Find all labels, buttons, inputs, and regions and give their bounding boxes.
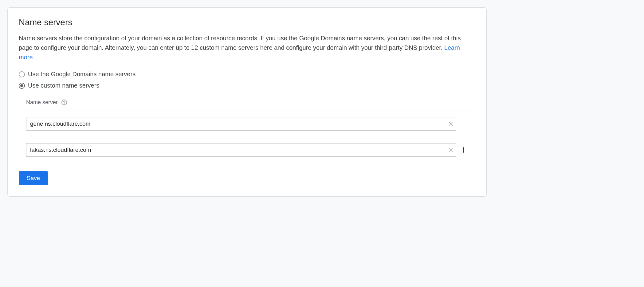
- radio-circle-checked-icon: [19, 83, 25, 89]
- help-icon[interactable]: [61, 99, 68, 106]
- save-button[interactable]: Save: [19, 171, 48, 185]
- nameserver-row: [19, 111, 475, 137]
- radio-label: Use custom name servers: [28, 82, 99, 89]
- svg-point-1: [64, 103, 65, 104]
- name-servers-card: Name servers Name servers store the conf…: [7, 7, 487, 197]
- save-row: Save: [19, 171, 475, 185]
- section-header-label: Name server: [26, 99, 58, 106]
- clear-icon[interactable]: [447, 146, 454, 154]
- nameserver-input-wrap: [26, 117, 456, 131]
- card-description: Name servers store the configuration of …: [19, 33, 475, 62]
- nameserver-input[interactable]: [26, 117, 456, 131]
- radio-label: Use the Google Domains name servers: [28, 71, 135, 78]
- nameserver-section-header: Name server: [19, 99, 475, 111]
- radio-custom-nameservers[interactable]: Use custom name servers: [19, 82, 475, 89]
- radio-circle-icon: [19, 71, 25, 77]
- radio-google-domains[interactable]: Use the Google Domains name servers: [19, 71, 475, 78]
- nameserver-row: [19, 137, 475, 163]
- card-title: Name servers: [19, 18, 475, 27]
- add-nameserver-button[interactable]: [459, 146, 468, 154]
- nameserver-input-wrap: [26, 143, 456, 157]
- nameserver-mode-radio-group: Use the Google Domains name servers Use …: [19, 71, 475, 89]
- nameserver-input[interactable]: [26, 143, 456, 157]
- description-text: Name servers store the configuration of …: [19, 35, 461, 51]
- clear-icon[interactable]: [447, 120, 454, 128]
